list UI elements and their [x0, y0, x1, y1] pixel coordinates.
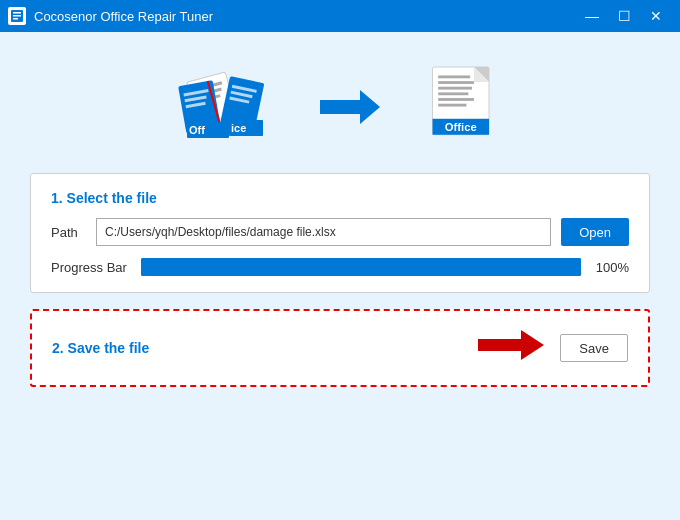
save-arrow-icon — [476, 327, 546, 369]
svg-marker-21 — [320, 90, 380, 124]
svg-rect-2 — [13, 15, 21, 17]
progress-percent: 100% — [591, 260, 629, 275]
svg-rect-3 — [13, 18, 18, 20]
svg-marker-33 — [478, 330, 544, 360]
svg-rect-25 — [438, 75, 470, 78]
fixed-doc-icon: Office — [425, 62, 505, 152]
svg-text:Office: Office — [445, 121, 477, 133]
svg-rect-1 — [13, 12, 21, 14]
minimize-button[interactable]: — — [576, 0, 608, 32]
progress-bar-fill — [141, 258, 581, 276]
svg-rect-27 — [438, 87, 472, 90]
broken-doc-icon: Off ice — [175, 62, 275, 152]
open-button[interactable]: Open — [561, 218, 629, 246]
progress-label: Progress Bar — [51, 260, 131, 275]
svg-rect-29 — [438, 98, 474, 101]
svg-text:Off: Off — [189, 124, 205, 136]
file-path-row: Path Open — [51, 218, 629, 246]
select-file-title: 1. Select the file — [51, 190, 629, 206]
svg-rect-30 — [438, 104, 466, 107]
svg-rect-26 — [438, 81, 474, 84]
path-label: Path — [51, 225, 86, 240]
progress-row: Progress Bar 100% — [51, 258, 629, 276]
app-window: Cocosenor Office Repair Tuner — ☐ ✕ — [0, 0, 680, 520]
svg-text:ice: ice — [231, 122, 246, 134]
window-controls: — ☐ ✕ — [576, 0, 672, 32]
titlebar: Cocosenor Office Repair Tuner — ☐ ✕ — [0, 0, 680, 32]
svg-rect-28 — [438, 92, 468, 95]
app-icon — [8, 7, 26, 25]
repair-arrow — [315, 82, 385, 132]
save-right-area: Save — [476, 327, 628, 369]
app-title: Cocosenor Office Repair Tuner — [34, 9, 576, 24]
close-button[interactable]: ✕ — [640, 0, 672, 32]
file-path-input[interactable] — [96, 218, 551, 246]
select-file-section: 1. Select the file Path Open Progress Ba… — [30, 173, 650, 293]
progress-bar-container — [141, 258, 581, 276]
save-file-title: 2. Save the file — [52, 340, 149, 356]
maximize-button[interactable]: ☐ — [608, 0, 640, 32]
save-button[interactable]: Save — [560, 334, 628, 362]
hero-banner: Off ice — [30, 52, 650, 157]
main-content: Off ice — [0, 32, 680, 520]
save-file-section: 2. Save the file Save — [30, 309, 650, 387]
